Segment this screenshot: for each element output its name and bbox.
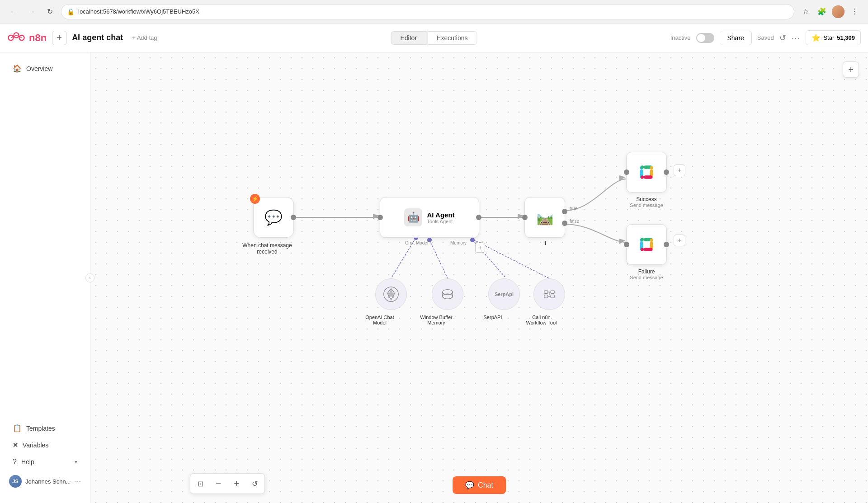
toolbar: n8n + AI agent chat + Add tag Editor Exe…	[0, 24, 868, 52]
slack-success-label: Success Send message	[626, 196, 667, 208]
if-left-dot	[522, 215, 528, 220]
canvas-add-button[interactable]: +	[843, 61, 859, 78]
serp-sub-node[interactable]: SerpApi	[488, 278, 520, 310]
tab-executions[interactable]: Executions	[427, 31, 477, 45]
extensions-button[interactable]: 🧩	[816, 5, 828, 18]
trigger-label: When chat message received	[233, 242, 301, 255]
sidebar-item-variables[interactable]: ✕ Variables	[4, 437, 86, 453]
history-button[interactable]: ↺	[779, 33, 786, 43]
slack-success-node[interactable]	[626, 152, 667, 193]
trigger-node[interactable]: ⚡ 💬	[253, 197, 294, 238]
active-toggle[interactable]	[696, 33, 714, 43]
slack-failure-node[interactable]	[626, 224, 667, 265]
memory-label: Memory	[450, 240, 467, 245]
svg-marker-9	[619, 175, 625, 181]
trigger-badge: ⚡	[250, 194, 260, 204]
sidebar-collapse-button[interactable]: ‹	[85, 273, 94, 282]
serp-text: SerpApi	[495, 291, 514, 297]
workflow-name: AI agent chat	[72, 33, 123, 42]
refresh-button[interactable]: ↻	[43, 5, 56, 18]
user-more-button[interactable]: ···	[75, 477, 81, 485]
url-bar[interactable]: 🔒 localhost:5678/workflow/xWy6Oj5TBEUHzo…	[61, 5, 794, 19]
main-content: 🏠 Overview 📋 Templates ✕ Variables ? Hel…	[0, 52, 868, 503]
svg-rect-21	[641, 165, 644, 169]
user-row: JS Johannes Schn... ···	[0, 470, 90, 492]
workflow-tool-label: Call n8n Workflow Tool	[520, 315, 563, 325]
zoom-out-button[interactable]: −	[210, 475, 226, 492]
slack-failure-left-dot	[624, 242, 629, 247]
sidebar-item-templates[interactable]: 📋 Templates	[4, 419, 86, 437]
openai-label: OpenAI Chat Model	[359, 315, 400, 325]
add-tool-button[interactable]: +	[475, 243, 485, 253]
add-after-success-button[interactable]: +	[674, 165, 685, 176]
memory-label: Window Buffer Memory	[416, 315, 457, 325]
chevron-down-icon: ▾	[75, 459, 77, 465]
sidebar-item-overview[interactable]: 🏠 Overview	[4, 60, 86, 77]
workflow-tool-icon	[542, 287, 557, 301]
ai-agent-right-dot	[476, 215, 481, 220]
add-workflow-button[interactable]: +	[52, 31, 66, 45]
logo-text: n8n	[29, 32, 47, 44]
app: n8n + AI agent chat + Add tag Editor Exe…	[0, 24, 868, 503]
chat-model-label: Chat Model *	[405, 240, 431, 245]
reset-view-button[interactable]: ↺	[246, 475, 263, 492]
sidebar: 🏠 Overview 📋 Templates ✕ Variables ? Hel…	[0, 52, 90, 503]
fit-view-button[interactable]: ⊡	[192, 475, 208, 492]
svg-rect-39	[544, 295, 548, 298]
bookmark-button[interactable]: ☆	[799, 5, 812, 18]
logo-svg	[7, 31, 25, 45]
star-label: Star	[823, 34, 834, 41]
slack-failure-icon	[637, 235, 656, 254]
browser-bar: ← → ↻ 🔒 localhost:5678/workflow/xWy6Oj5T…	[0, 0, 868, 24]
false-label: false	[570, 219, 579, 224]
ai-agent-node[interactable]: 🤖 AI Agent Tools Agent Chat Model * Memo…	[380, 197, 479, 238]
back-button[interactable]: ←	[7, 5, 20, 18]
forward-button[interactable]: →	[25, 5, 38, 18]
svg-line-12	[429, 240, 448, 278]
browser-actions: ☆ 🧩 ⋮	[799, 5, 861, 18]
star-button[interactable]: ⭐ Star 51,309	[806, 30, 861, 45]
n8n-logo: n8n	[7, 31, 47, 45]
profile-avatar[interactable]	[832, 5, 844, 18]
openai-sub-node[interactable]	[375, 278, 407, 310]
workflow-tool-sub-node[interactable]	[533, 278, 565, 310]
ai-agent-left-dot	[377, 215, 383, 220]
add-after-failure-button[interactable]: +	[674, 235, 685, 246]
svg-rect-33	[641, 248, 644, 251]
if-node[interactable]: 🛤️	[524, 197, 565, 238]
chat-button[interactable]: 💬 Chat	[453, 476, 506, 494]
share-button[interactable]: Share	[720, 31, 752, 45]
memory-sub-node[interactable]	[432, 278, 463, 310]
zoom-in-button[interactable]: +	[228, 475, 245, 492]
slack-success-left-dot	[624, 169, 629, 175]
serp-label: SerpAPI	[472, 315, 513, 320]
bottom-toolbar: ⊡ − + ↺	[190, 473, 265, 494]
memory-icon	[440, 287, 455, 301]
svg-rect-29	[641, 238, 644, 241]
github-icon: ⭐	[811, 33, 821, 42]
sidebar-item-help[interactable]: ? Help ▾	[4, 453, 86, 470]
sidebar-label-overview: Overview	[26, 65, 52, 72]
svg-point-17	[470, 238, 475, 242]
star-count: 51,309	[837, 34, 855, 41]
if-icon: 🛤️	[537, 210, 553, 226]
more-options-button[interactable]: ···	[792, 33, 801, 43]
ai-agent-icon: 🤖	[404, 208, 422, 226]
ai-agent-subtitle: Tools Agent	[427, 219, 454, 224]
url-text: localhost:5678/workflow/xWy6Oj5TBEUHzo5X	[78, 8, 788, 15]
sidebar-label-help: Help	[21, 458, 34, 465]
sidebar-label-templates: Templates	[26, 425, 55, 432]
chat-icon: 💬	[465, 481, 474, 489]
add-tag-button[interactable]: + Add tag	[128, 33, 160, 43]
tab-editor[interactable]: Editor	[391, 31, 426, 45]
workflow-canvas[interactable]: ⚡ 💬 When chat message received 🤖 AI Agen…	[90, 52, 868, 503]
svg-rect-23	[650, 166, 653, 169]
if-right-true-dot	[562, 209, 567, 214]
menu-button[interactable]: ⋮	[848, 5, 861, 18]
sidebar-bottom: 📋 Templates ✕ Variables ? Help ▾ JS	[0, 419, 90, 496]
sidebar-label-variables: Variables	[23, 442, 48, 449]
trigger-icon: 💬	[264, 209, 283, 226]
true-label: true	[570, 206, 577, 211]
editor-tabs: Editor Executions	[391, 31, 477, 45]
toolbar-right: Inactive Share Saved ↺ ··· ⭐ Star 51,309	[670, 30, 861, 45]
